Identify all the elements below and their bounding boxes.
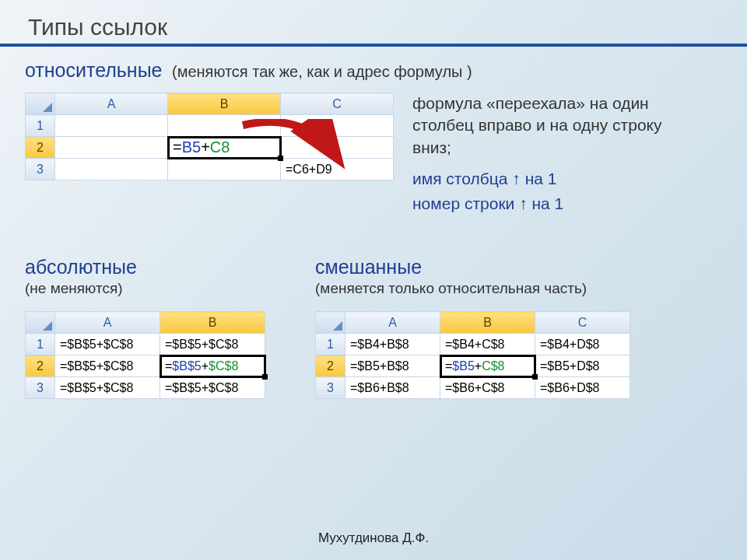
footer-author: Мухутдинова Д.Ф. [0,530,747,546]
cell-b2-plus: + [201,138,210,156]
relative-section: относительные (меняются так же, как и ад… [25,59,722,215]
relative-spreadsheet: A B C 1 2 =B5+C8 [25,93,394,180]
col-b-header: B [160,312,265,334]
row-3-header: 3 [26,159,55,180]
cell-b3: =$B6+C$8 [440,377,535,399]
cell-a2: =$B$5+$C$8 [55,355,160,377]
absolute-section: абсолютные (не меняются) A B 1 =$B$5+$C$… [25,256,265,399]
absolute-title: абсолютные [25,256,137,278]
col-b-header: B [168,93,281,115]
cell-a3 [55,159,168,180]
col-a-header: A [55,312,160,334]
corner-cell [26,312,55,334]
relative-rules: имя столбца ↑ на 1 номер строки ↑ на 1 [412,166,677,215]
rule-col: имя столбца ↑ на 1 [412,166,677,191]
cell-b2-ref1: B5 [182,138,201,156]
slide-header: Типы ссылок [0,0,747,47]
cell-b1: =$B$5+$C$8 [160,334,265,355]
cell-b2-eq: = [165,359,172,373]
cell-b1 [168,115,281,137]
col-a-header: A [345,312,440,334]
col-b-header: B [440,312,535,334]
relative-side-text: формула «переехала» на один столбец впра… [412,93,677,215]
relative-title: относительные [25,59,163,81]
relative-explanation: формула «переехала» на один столбец впра… [412,93,677,159]
cell-b2-selected: =$B$5+$C$8 [160,355,265,377]
row-3-header: 3 [26,377,55,399]
cell-b2-ref2: $C$8 [209,359,238,373]
cell-b2-selected: =$B5+C$8 [440,355,535,377]
cell-b2-eq: = [173,138,182,156]
absolute-subtitle: (не меняются) [25,280,265,297]
relative-subtitle: (меняются так же, как и адрес формулы ) [172,63,472,80]
cell-a3: =$B6+B$8 [345,377,440,399]
slide-title: Типы ссылок [28,14,747,40]
row-1-header: 1 [26,115,55,137]
col-c-header: C [281,93,394,115]
cell-b1: =$B4+C$8 [440,334,535,355]
cell-a1: =$B$5+$C$8 [55,334,160,355]
cell-b2-plus: + [202,359,209,373]
cell-c1: =$B4+D$8 [535,334,630,355]
cell-b2-ref2: C$8 [482,359,504,373]
cell-b3: =$B$5+$C$8 [160,377,265,399]
row-1-header: 1 [26,334,55,355]
cell-b2-ref1: $B$5 [172,359,201,373]
cell-b2-eq: = [445,359,452,373]
row-1-header: 1 [316,334,345,355]
cell-c3: =$B6+D$8 [535,377,630,399]
row-3-header: 3 [316,377,345,399]
slide-content: относительные (меняются так же, как и ад… [0,47,747,411]
row-2-header: 2 [316,355,345,377]
mixed-spreadsheet: A B C 1 =$B4+B$8 =$B4+C$8 =$B4+D$8 2 =$B… [315,311,630,399]
cell-a2: =$B5+B$8 [345,355,440,377]
cell-a1: =$B4+B$8 [345,334,440,355]
row-2-header: 2 [26,137,55,159]
relative-sheet-wrap: A B C 1 2 =B5+C8 [25,93,394,180]
cell-a1 [55,115,168,137]
cell-b2-ref2: C8 [210,138,230,156]
corner-cell [316,312,345,334]
cell-b3 [168,159,281,180]
col-c-header: C [535,312,630,334]
cell-b2-selected: =B5+C8 [168,137,281,159]
row-2-header: 2 [26,355,55,377]
cell-b2-plus: + [475,359,482,373]
rule-row: номер строки ↑ на 1 [412,191,677,216]
cell-c1 [281,115,394,137]
col-a-header: A [55,93,168,115]
cell-a3: =$B$5+$C$8 [55,377,160,399]
cell-c3: =C6+D9 [281,159,394,180]
corner-cell [26,93,55,115]
absolute-spreadsheet: A B 1 =$B$5+$C$8 =$B$5+$C$8 2 =$B$5+$C$8… [25,311,265,399]
mixed-section: смешанные (меняется только относительная… [315,256,630,399]
cell-c2 [281,137,394,159]
cell-b2-ref1: $B5 [452,359,474,373]
cell-a2 [55,137,168,159]
cell-c2: =$B5+D$8 [535,355,630,377]
mixed-title: смешанные [315,256,422,278]
mixed-subtitle: (меняется только относительная часть) [315,280,630,297]
